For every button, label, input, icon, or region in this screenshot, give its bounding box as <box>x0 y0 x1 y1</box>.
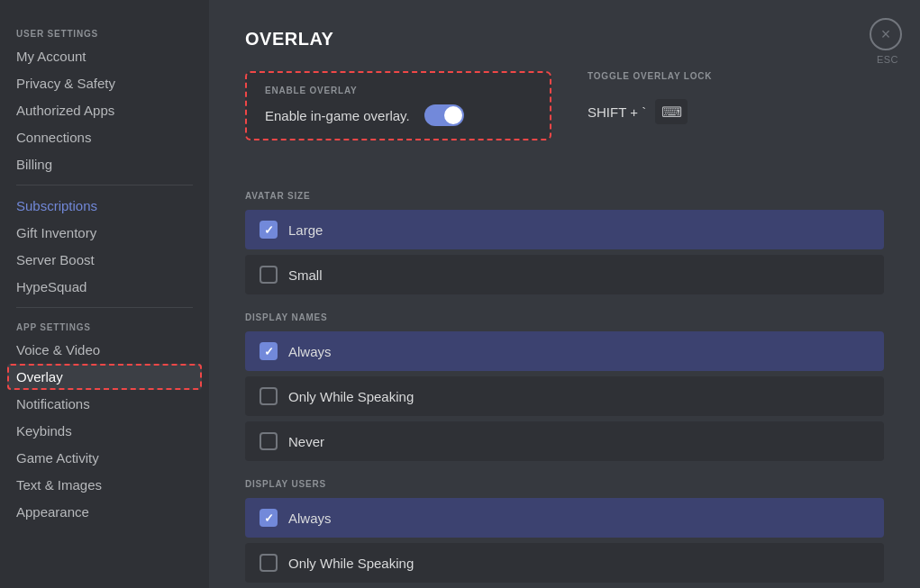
display-names-only-speaking[interactable]: Only While Speaking <box>245 376 884 416</box>
option-names-always-label: Always <box>288 344 332 359</box>
sidebar-item-label: Connections <box>16 130 91 145</box>
sidebar-item-keybinds[interactable]: Keybinds <box>7 418 202 444</box>
sidebar-item-label: Billing <box>16 157 52 172</box>
sidebar-item-gift-inventory[interactable]: Gift Inventory <box>7 220 202 246</box>
sidebar-item-appearance[interactable]: Appearance <box>7 499 202 525</box>
sidebar-item-voice-video[interactable]: Voice & Video <box>7 337 202 363</box>
sidebar-item-overlay[interactable]: Overlay <box>7 364 202 390</box>
avatar-size-section: AVATAR SIZE Large Small <box>245 191 884 294</box>
sidebar-item-label: Privacy & Safety <box>16 76 115 91</box>
sidebar-item-privacy-safety[interactable]: Privacy & Safety <box>7 70 202 96</box>
display-users-always[interactable]: Always <box>245 498 884 538</box>
sidebar-item-authorized-apps[interactable]: Authorized Apps <box>7 97 202 123</box>
close-button[interactable]: × <box>870 18 902 50</box>
sidebar-item-label: Server Boost <box>16 252 95 267</box>
close-icon: × <box>881 25 891 44</box>
option-names-speaking-label: Only While Speaking <box>288 389 414 404</box>
keybind-row: SHIFT + ` ⌨ <box>588 99 712 124</box>
checkbox-names-only-speaking <box>260 387 278 405</box>
sidebar-item-label: Game Activity <box>16 450 99 466</box>
enable-overlay-label: ENABLE OVERLAY <box>265 86 532 95</box>
option-names-never-label: Never <box>288 434 324 449</box>
avatar-size-small[interactable]: Small <box>245 255 884 294</box>
sidebar-item-label: Gift Inventory <box>16 225 96 240</box>
sidebar-item-my-account[interactable]: My Account <box>7 43 202 69</box>
top-row: ENABLE OVERLAY Enable in-game overlay. T… <box>245 71 884 166</box>
avatar-size-large[interactable]: Large <box>245 210 884 249</box>
sidebar-item-label: Voice & Video <box>16 342 100 357</box>
avatar-size-label: AVATAR SIZE <box>245 191 884 201</box>
display-users-only-speaking[interactable]: Only While Speaking <box>245 543 884 583</box>
sidebar-item-notifications[interactable]: Notifications <box>7 391 202 417</box>
option-small-label: Small <box>288 267 323 283</box>
enable-overlay-box: ENABLE OVERLAY Enable in-game overlay. <box>245 71 551 140</box>
sidebar-item-hypesquad[interactable]: HypeSquad <box>7 274 202 300</box>
sidebar-item-label: Notifications <box>16 396 90 412</box>
sidebar-item-game-activity[interactable]: Game Activity <box>7 445 202 471</box>
checkbox-names-always <box>260 342 278 360</box>
checkbox-users-always <box>260 509 278 527</box>
sidebar-item-label: Overlay <box>16 369 63 384</box>
checkbox-names-never <box>260 432 278 450</box>
divider-2 <box>16 307 193 308</box>
checkbox-users-only-speaking <box>260 554 278 572</box>
display-names-always[interactable]: Always <box>245 331 884 371</box>
option-large-label: Large <box>288 222 323 238</box>
sidebar-item-subscriptions[interactable]: Subscriptions <box>7 193 202 219</box>
toggle-lock-label: TOGGLE OVERLAY LOCK <box>588 71 712 81</box>
display-names-section: DISPLAY NAMES Always Only While Speaking… <box>245 312 884 461</box>
toggle-knob <box>444 106 462 124</box>
sidebar-item-label: HypeSquad <box>16 279 87 294</box>
sidebar-item-server-boost[interactable]: Server Boost <box>7 247 202 273</box>
enable-overlay-toggle[interactable] <box>424 104 464 126</box>
enable-overlay-text: Enable in-game overlay. <box>265 108 410 123</box>
display-users-section: DISPLAY USERS Always Only While Speaking <box>245 479 884 583</box>
keyboard-icon[interactable]: ⌨ <box>655 99 688 124</box>
sidebar-item-label: Authorized Apps <box>16 103 114 118</box>
checkbox-small <box>260 266 278 284</box>
user-settings-section-label: USER SETTINGS <box>7 22 202 42</box>
page-title: OVERLAY <box>245 29 884 50</box>
main-content: OVERLAY ENABLE OVERLAY Enable in-game ov… <box>209 0 920 588</box>
sidebar-item-billing[interactable]: Billing <box>7 151 202 177</box>
keybind-text: SHIFT + ` <box>588 104 646 120</box>
display-names-label: DISPLAY NAMES <box>245 312 884 322</box>
app-settings-section-label: APP SETTINGS <box>7 315 202 336</box>
toggle-overlay-lock-section: TOGGLE OVERLAY LOCK SHIFT + ` ⌨ <box>588 71 712 124</box>
option-users-speaking-label: Only While Speaking <box>288 556 414 571</box>
divider-1 <box>16 185 193 185</box>
sidebar-item-label: Subscriptions <box>16 198 97 213</box>
option-users-always-label: Always <box>288 511 332 526</box>
close-esc-label: ESC <box>877 54 898 65</box>
display-names-never[interactable]: Never <box>245 421 884 461</box>
sidebar: USER SETTINGS My Account Privacy & Safet… <box>0 0 209 588</box>
sidebar-item-label: Appearance <box>16 504 89 520</box>
checkbox-large <box>260 221 278 239</box>
sidebar-item-label: Text & Images <box>16 477 102 493</box>
sidebar-item-label: My Account <box>16 49 87 64</box>
sidebar-item-text-images[interactable]: Text & Images <box>7 472 202 498</box>
sidebar-item-label: Keybinds <box>16 423 72 439</box>
display-users-label: DISPLAY USERS <box>245 479 884 489</box>
sidebar-item-connections[interactable]: Connections <box>7 124 202 150</box>
enable-overlay-row: Enable in-game overlay. <box>265 104 532 126</box>
